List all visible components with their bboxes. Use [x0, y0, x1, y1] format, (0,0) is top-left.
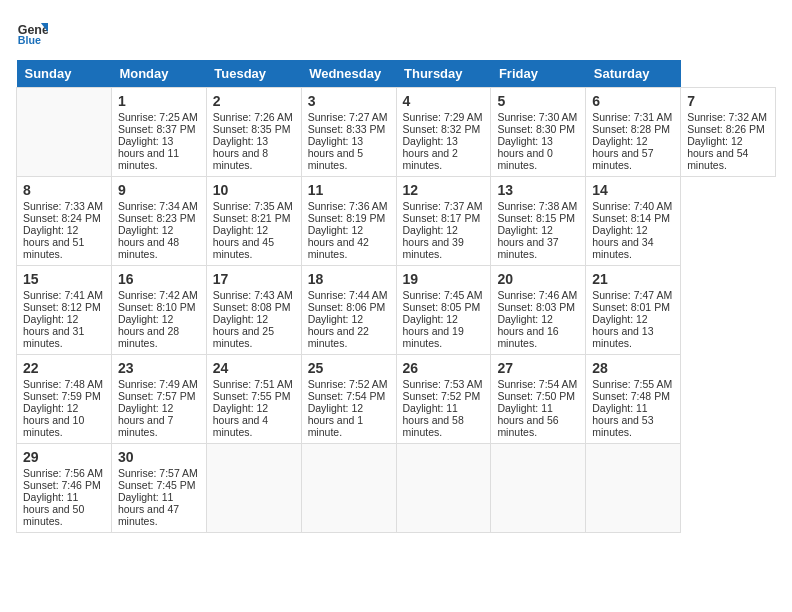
day-info: Sunrise: 7:54 AMSunset: 7:50 PMDaylight:… [497, 378, 577, 438]
calendar-cell: 11Sunrise: 7:36 AMSunset: 8:19 PMDayligh… [301, 177, 396, 266]
calendar-cell: 29Sunrise: 7:56 AMSunset: 7:46 PMDayligh… [17, 444, 112, 533]
day-info: Sunrise: 7:51 AMSunset: 7:55 PMDaylight:… [213, 378, 293, 438]
day-number: 16 [118, 271, 200, 287]
day-info: Sunrise: 7:52 AMSunset: 7:54 PMDaylight:… [308, 378, 388, 438]
day-info: Sunrise: 7:49 AMSunset: 7:57 PMDaylight:… [118, 378, 198, 438]
calendar-week-4: 22Sunrise: 7:48 AMSunset: 7:59 PMDayligh… [17, 355, 776, 444]
calendar-week-3: 15Sunrise: 7:41 AMSunset: 8:12 PMDayligh… [17, 266, 776, 355]
day-number: 7 [687, 93, 769, 109]
calendar-cell: 21Sunrise: 7:47 AMSunset: 8:01 PMDayligh… [586, 266, 681, 355]
logo-icon: General Blue [16, 16, 48, 48]
day-number: 29 [23, 449, 105, 465]
day-number: 8 [23, 182, 105, 198]
day-info: Sunrise: 7:25 AMSunset: 8:37 PMDaylight:… [118, 111, 198, 171]
day-number: 14 [592, 182, 674, 198]
day-info: Sunrise: 7:46 AMSunset: 8:03 PMDaylight:… [497, 289, 577, 349]
day-number: 5 [497, 93, 579, 109]
day-number: 20 [497, 271, 579, 287]
day-number: 18 [308, 271, 390, 287]
calendar-cell: 9Sunrise: 7:34 AMSunset: 8:23 PMDaylight… [111, 177, 206, 266]
calendar-cell [17, 88, 112, 177]
calendar-cell: 18Sunrise: 7:44 AMSunset: 8:06 PMDayligh… [301, 266, 396, 355]
day-number: 26 [403, 360, 485, 376]
calendar-cell: 10Sunrise: 7:35 AMSunset: 8:21 PMDayligh… [206, 177, 301, 266]
day-number: 11 [308, 182, 390, 198]
day-number: 15 [23, 271, 105, 287]
calendar-table: SundayMondayTuesdayWednesdayThursdayFrid… [16, 60, 776, 533]
calendar-cell: 13Sunrise: 7:38 AMSunset: 8:15 PMDayligh… [491, 177, 586, 266]
calendar-cell: 23Sunrise: 7:49 AMSunset: 7:57 PMDayligh… [111, 355, 206, 444]
calendar-cell [491, 444, 586, 533]
day-header-saturday: Saturday [586, 60, 681, 88]
day-header-wednesday: Wednesday [301, 60, 396, 88]
calendar-cell: 2Sunrise: 7:26 AMSunset: 8:35 PMDaylight… [206, 88, 301, 177]
day-number: 19 [403, 271, 485, 287]
calendar-cell: 15Sunrise: 7:41 AMSunset: 8:12 PMDayligh… [17, 266, 112, 355]
calendar-week-5: 29Sunrise: 7:56 AMSunset: 7:46 PMDayligh… [17, 444, 776, 533]
day-header-sunday: Sunday [17, 60, 112, 88]
day-header-monday: Monday [111, 60, 206, 88]
day-number: 24 [213, 360, 295, 376]
day-info: Sunrise: 7:36 AMSunset: 8:19 PMDaylight:… [308, 200, 388, 260]
calendar-cell: 17Sunrise: 7:43 AMSunset: 8:08 PMDayligh… [206, 266, 301, 355]
calendar-week-2: 8Sunrise: 7:33 AMSunset: 8:24 PMDaylight… [17, 177, 776, 266]
day-info: Sunrise: 7:26 AMSunset: 8:35 PMDaylight:… [213, 111, 293, 171]
day-number: 22 [23, 360, 105, 376]
day-number: 23 [118, 360, 200, 376]
calendar-cell: 20Sunrise: 7:46 AMSunset: 8:03 PMDayligh… [491, 266, 586, 355]
day-info: Sunrise: 7:43 AMSunset: 8:08 PMDaylight:… [213, 289, 293, 349]
page-header: General Blue [16, 16, 776, 48]
day-info: Sunrise: 7:48 AMSunset: 7:59 PMDaylight:… [23, 378, 103, 438]
day-number: 13 [497, 182, 579, 198]
calendar-cell: 24Sunrise: 7:51 AMSunset: 7:55 PMDayligh… [206, 355, 301, 444]
calendar-cell [301, 444, 396, 533]
day-info: Sunrise: 7:29 AMSunset: 8:32 PMDaylight:… [403, 111, 483, 171]
day-number: 30 [118, 449, 200, 465]
day-info: Sunrise: 7:56 AMSunset: 7:46 PMDaylight:… [23, 467, 103, 527]
calendar-cell: 27Sunrise: 7:54 AMSunset: 7:50 PMDayligh… [491, 355, 586, 444]
day-info: Sunrise: 7:31 AMSunset: 8:28 PMDaylight:… [592, 111, 672, 171]
day-number: 25 [308, 360, 390, 376]
day-info: Sunrise: 7:33 AMSunset: 8:24 PMDaylight:… [23, 200, 103, 260]
day-info: Sunrise: 7:42 AMSunset: 8:10 PMDaylight:… [118, 289, 198, 349]
day-info: Sunrise: 7:38 AMSunset: 8:15 PMDaylight:… [497, 200, 577, 260]
calendar-cell: 14Sunrise: 7:40 AMSunset: 8:14 PMDayligh… [586, 177, 681, 266]
day-info: Sunrise: 7:34 AMSunset: 8:23 PMDaylight:… [118, 200, 198, 260]
day-info: Sunrise: 7:53 AMSunset: 7:52 PMDaylight:… [403, 378, 483, 438]
calendar-cell: 7Sunrise: 7:32 AMSunset: 8:26 PMDaylight… [681, 88, 776, 177]
calendar-cell: 25Sunrise: 7:52 AMSunset: 7:54 PMDayligh… [301, 355, 396, 444]
calendar-cell: 1Sunrise: 7:25 AMSunset: 8:37 PMDaylight… [111, 88, 206, 177]
day-number: 4 [403, 93, 485, 109]
day-info: Sunrise: 7:27 AMSunset: 8:33 PMDaylight:… [308, 111, 388, 171]
day-number: 12 [403, 182, 485, 198]
day-header-friday: Friday [491, 60, 586, 88]
day-number: 21 [592, 271, 674, 287]
calendar-week-1: 1Sunrise: 7:25 AMSunset: 8:37 PMDaylight… [17, 88, 776, 177]
day-info: Sunrise: 7:55 AMSunset: 7:48 PMDaylight:… [592, 378, 672, 438]
day-info: Sunrise: 7:37 AMSunset: 8:17 PMDaylight:… [403, 200, 483, 260]
calendar-cell: 28Sunrise: 7:55 AMSunset: 7:48 PMDayligh… [586, 355, 681, 444]
day-info: Sunrise: 7:40 AMSunset: 8:14 PMDaylight:… [592, 200, 672, 260]
calendar-cell [206, 444, 301, 533]
day-info: Sunrise: 7:30 AMSunset: 8:30 PMDaylight:… [497, 111, 577, 171]
day-info: Sunrise: 7:35 AMSunset: 8:21 PMDaylight:… [213, 200, 293, 260]
calendar-cell: 5Sunrise: 7:30 AMSunset: 8:30 PMDaylight… [491, 88, 586, 177]
day-number: 10 [213, 182, 295, 198]
day-header-tuesday: Tuesday [206, 60, 301, 88]
calendar-cell: 4Sunrise: 7:29 AMSunset: 8:32 PMDaylight… [396, 88, 491, 177]
calendar-cell: 6Sunrise: 7:31 AMSunset: 8:28 PMDaylight… [586, 88, 681, 177]
calendar-cell [396, 444, 491, 533]
day-header-thursday: Thursday [396, 60, 491, 88]
day-info: Sunrise: 7:45 AMSunset: 8:05 PMDaylight:… [403, 289, 483, 349]
day-number: 27 [497, 360, 579, 376]
calendar-cell: 3Sunrise: 7:27 AMSunset: 8:33 PMDaylight… [301, 88, 396, 177]
calendar-header: SundayMondayTuesdayWednesdayThursdayFrid… [17, 60, 776, 88]
day-number: 9 [118, 182, 200, 198]
calendar-cell: 30Sunrise: 7:57 AMSunset: 7:45 PMDayligh… [111, 444, 206, 533]
day-number: 3 [308, 93, 390, 109]
day-info: Sunrise: 7:47 AMSunset: 8:01 PMDaylight:… [592, 289, 672, 349]
day-info: Sunrise: 7:41 AMSunset: 8:12 PMDaylight:… [23, 289, 103, 349]
calendar-cell: 12Sunrise: 7:37 AMSunset: 8:17 PMDayligh… [396, 177, 491, 266]
calendar-cell: 26Sunrise: 7:53 AMSunset: 7:52 PMDayligh… [396, 355, 491, 444]
day-number: 1 [118, 93, 200, 109]
